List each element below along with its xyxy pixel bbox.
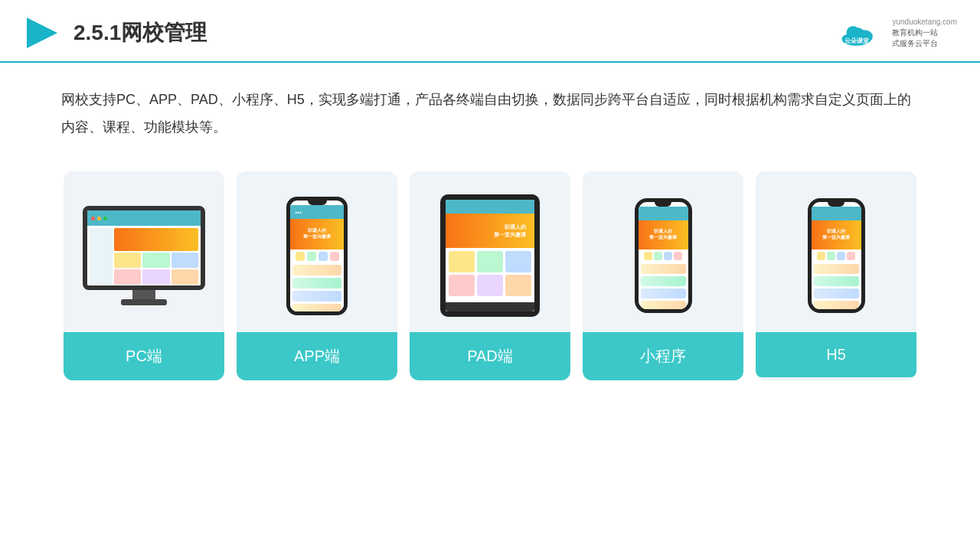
- logo-text: yunduoketang.com 教育机构一站 式服务云平台: [892, 17, 957, 49]
- card-pad-label: PAD端: [410, 332, 570, 380]
- card-pad: 职通人的第一堂兴趣课: [410, 171, 570, 380]
- page-title: 2.5.1网校管理: [74, 18, 207, 47]
- phone-frame-app: ●●● 职通人的第一堂兴趣课: [286, 197, 348, 315]
- description-text: 网校支持PC、APP、PAD、小程序、H5，实现多端打通，产品各终端自由切换，数…: [0, 63, 980, 148]
- card-app: ●●● 职通人的第一堂兴趣课: [237, 171, 397, 380]
- device-phone-app: ●●● 职通人的第一堂兴趣课: [286, 197, 348, 315]
- card-miniprogram-label: 小程序: [583, 332, 743, 380]
- card-app-label: APP端: [237, 332, 397, 380]
- svg-marker-0: [27, 18, 57, 48]
- play-icon: [23, 14, 61, 52]
- miniphone-frame-h5: 职通人的第一堂兴趣课: [808, 198, 865, 313]
- logo-slogan2: 式服务云平台: [892, 38, 957, 49]
- card-h5-image: 职通人的第一堂兴趣课: [756, 171, 916, 332]
- pc-monitor: [83, 206, 205, 290]
- card-pad-image: 职通人的第一堂兴趣课: [410, 171, 570, 332]
- logo-slogan: 教育机构一站: [892, 28, 957, 38]
- card-miniprogram: 职通人的第一堂兴趣课: [583, 171, 743, 380]
- card-miniprogram-image: 职通人的第一堂兴趣课: [583, 171, 743, 332]
- card-h5: 职通人的第一堂兴趣课: [756, 171, 916, 380]
- logo-area: 云朵课堂 yunduoketang.com 教育机构一站 式服务云平台: [840, 17, 957, 49]
- card-pc-image: [64, 171, 224, 332]
- logo-icon: 云朵课堂: [840, 18, 886, 48]
- miniphone-frame-mp: 职通人的第一堂兴趣课: [635, 198, 692, 313]
- logo-url: yunduoketang.com: [892, 17, 957, 28]
- device-miniphone-h5: 职通人的第一堂兴趣课: [808, 198, 865, 313]
- device-miniphone-mp: 职通人的第一堂兴趣课: [635, 198, 692, 313]
- card-h5-label: H5: [756, 332, 916, 377]
- card-app-image: ●●● 职通人的第一堂兴趣课: [237, 171, 397, 332]
- card-pc-label: PC端: [64, 332, 224, 380]
- header-left: 2.5.1网校管理: [23, 14, 207, 52]
- card-pc: PC端: [64, 171, 224, 380]
- device-tablet: 职通人的第一堂兴趣课: [440, 194, 540, 317]
- cards-container: PC端 ●●● 职通人的第一堂兴趣课: [0, 156, 980, 396]
- device-pc: [83, 206, 205, 305]
- header: 2.5.1网校管理 云朵课堂 yunduoketang.com 教育机构一站 式…: [0, 0, 980, 63]
- tablet-frame: 职通人的第一堂兴趣课: [440, 194, 540, 317]
- svg-text:云朵课堂: 云朵课堂: [844, 37, 870, 44]
